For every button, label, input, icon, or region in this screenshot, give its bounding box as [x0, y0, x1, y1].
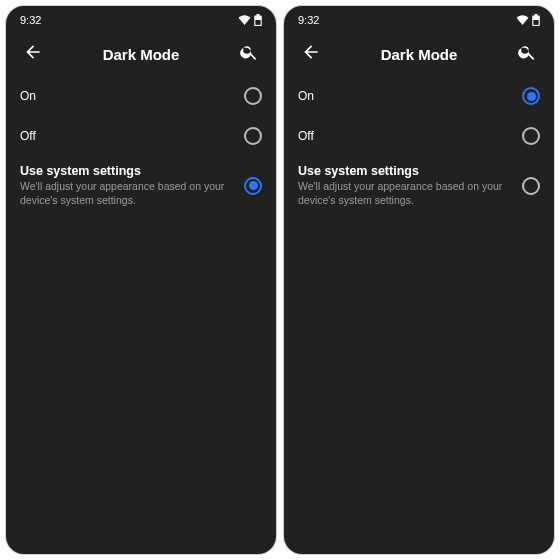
option-on[interactable]: On [284, 76, 554, 116]
app-bar: Dark Mode [284, 32, 554, 76]
battery-icon [254, 14, 262, 26]
radio-on[interactable] [522, 87, 540, 105]
radio-use-system[interactable] [522, 177, 540, 195]
option-on[interactable]: On [6, 76, 276, 116]
options-list: On Off Use system settings We'll adjust … [6, 76, 276, 215]
search-icon [517, 42, 537, 66]
status-bar: 9:32 [6, 6, 276, 32]
radio-off[interactable] [522, 127, 540, 145]
svg-rect-0 [255, 20, 260, 25]
option-subtext: We'll adjust your appearance based on yo… [20, 179, 234, 207]
options-list: On Off Use system settings We'll adjust … [284, 76, 554, 215]
search-button[interactable] [510, 37, 544, 71]
status-time: 9:32 [20, 14, 41, 26]
wifi-icon [516, 15, 529, 25]
back-button[interactable] [16, 37, 50, 71]
option-subtext: We'll adjust your appearance based on yo… [298, 179, 512, 207]
option-use-system[interactable]: Use system settings We'll adjust your ap… [284, 156, 554, 215]
option-off[interactable]: Off [284, 116, 554, 156]
option-label: Use system settings [20, 164, 234, 178]
search-button[interactable] [232, 37, 266, 71]
battery-icon [532, 14, 540, 26]
option-label: Off [298, 129, 512, 143]
option-label: On [20, 89, 234, 103]
status-icons [516, 14, 540, 26]
page-title: Dark Mode [58, 46, 224, 63]
arrow-back-icon [23, 42, 43, 66]
status-icons [238, 14, 262, 26]
radio-off[interactable] [244, 127, 262, 145]
search-icon [239, 42, 259, 66]
screen-right: 9:32 Dark Mode On Off [284, 6, 554, 554]
page-title: Dark Mode [336, 46, 502, 63]
screen-left: 9:32 Dark Mode On Off [6, 6, 276, 554]
radio-on[interactable] [244, 87, 262, 105]
status-bar: 9:32 [284, 6, 554, 32]
option-off[interactable]: Off [6, 116, 276, 156]
wifi-icon [238, 15, 251, 25]
svg-rect-1 [533, 20, 538, 25]
status-time: 9:32 [298, 14, 319, 26]
option-label: Off [20, 129, 234, 143]
back-button[interactable] [294, 37, 328, 71]
arrow-back-icon [301, 42, 321, 66]
option-label: Use system settings [298, 164, 512, 178]
option-use-system[interactable]: Use system settings We'll adjust your ap… [6, 156, 276, 215]
radio-use-system[interactable] [244, 177, 262, 195]
option-label: On [298, 89, 512, 103]
app-bar: Dark Mode [6, 32, 276, 76]
